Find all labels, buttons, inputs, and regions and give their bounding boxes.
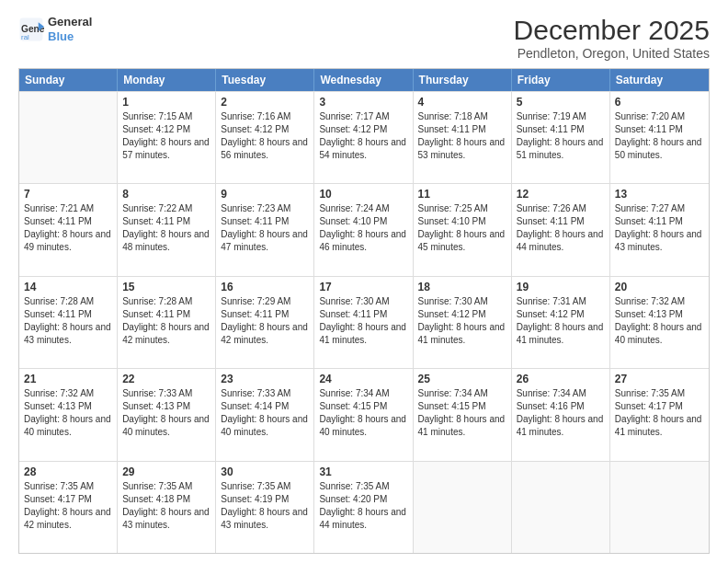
week-row-0: 1Sunrise: 7:15 AMSunset: 4:12 PMDaylight…: [19, 91, 709, 183]
cell-info: Sunrise: 7:23 AM: [221, 202, 309, 215]
cell-info: Sunset: 4:12 PM: [319, 123, 407, 136]
subtitle: Pendleton, Oregon, United States: [514, 46, 710, 61]
logo-icon: Gene ral: [18, 17, 44, 42]
cell-info: Sunset: 4:12 PM: [122, 123, 210, 136]
cell-info: Daylight: 8 hours and 41 minutes.: [418, 413, 506, 439]
cell-info: Daylight: 8 hours and 41 minutes.: [319, 321, 407, 347]
cell-info: Sunrise: 7:32 AM: [24, 387, 112, 400]
cal-cell: 27Sunrise: 7:35 AMSunset: 4:17 PMDayligh…: [610, 369, 709, 460]
cell-info: Daylight: 8 hours and 43 minutes.: [221, 506, 309, 532]
cell-info: Sunset: 4:11 PM: [319, 308, 407, 321]
day-number: 5: [517, 96, 605, 109]
cell-info: Sunset: 4:10 PM: [418, 215, 506, 228]
cell-info: Sunset: 4:11 PM: [615, 123, 704, 136]
header-day-sunday: Sunday: [19, 69, 118, 91]
cal-cell: 19Sunrise: 7:31 AMSunset: 4:12 PMDayligh…: [512, 277, 610, 368]
day-number: 3: [319, 96, 407, 109]
cell-info: Daylight: 8 hours and 40 minutes.: [319, 413, 407, 439]
logo-text-general: General: [48, 15, 92, 29]
cell-info: Daylight: 8 hours and 44 minutes.: [319, 506, 407, 532]
cell-info: Sunset: 4:17 PM: [24, 493, 112, 506]
cell-info: Sunrise: 7:34 AM: [517, 387, 605, 400]
week-row-2: 14Sunrise: 7:28 AMSunset: 4:11 PMDayligh…: [19, 276, 709, 368]
cell-info: Sunrise: 7:26 AM: [517, 202, 605, 215]
main-title: December 2025: [514, 15, 710, 46]
cell-info: Sunset: 4:13 PM: [615, 308, 704, 321]
cal-cell: 6Sunrise: 7:20 AMSunset: 4:11 PMDaylight…: [610, 92, 709, 183]
cal-cell: 8Sunrise: 7:22 AMSunset: 4:11 PMDaylight…: [118, 184, 216, 275]
day-number: 26: [517, 373, 605, 385]
day-number: 11: [418, 188, 506, 201]
cell-info: Sunrise: 7:27 AM: [615, 202, 704, 215]
cell-info: Sunrise: 7:35 AM: [122, 480, 210, 493]
cell-info: Sunrise: 7:34 AM: [319, 387, 407, 400]
day-number: 16: [221, 281, 309, 293]
cell-info: Sunrise: 7:25 AM: [418, 202, 506, 215]
cal-cell: 7Sunrise: 7:21 AMSunset: 4:11 PMDaylight…: [19, 184, 118, 275]
cal-cell: 26Sunrise: 7:34 AMSunset: 4:16 PMDayligh…: [512, 369, 610, 460]
day-number: 12: [517, 188, 605, 201]
cell-info: Sunrise: 7:22 AM: [122, 202, 210, 215]
cell-info: Daylight: 8 hours and 40 minutes.: [221, 413, 309, 439]
cal-cell: 3Sunrise: 7:17 AMSunset: 4:12 PMDaylight…: [314, 92, 413, 183]
cell-info: Sunrise: 7:35 AM: [615, 387, 704, 400]
cell-info: Daylight: 8 hours and 41 minutes.: [615, 413, 704, 439]
cell-info: Sunrise: 7:33 AM: [221, 387, 309, 400]
cal-cell: 30Sunrise: 7:35 AMSunset: 4:19 PMDayligh…: [216, 462, 314, 553]
cell-info: Sunset: 4:13 PM: [122, 400, 210, 413]
cell-info: Sunrise: 7:29 AM: [221, 295, 309, 308]
calendar-header: SundayMondayTuesdayWednesdayThursdayFrid…: [19, 69, 709, 91]
cell-info: Daylight: 8 hours and 42 minutes.: [122, 321, 210, 347]
cal-cell: 14Sunrise: 7:28 AMSunset: 4:11 PMDayligh…: [19, 277, 118, 368]
cell-info: Daylight: 8 hours and 41 minutes.: [517, 413, 605, 439]
header-day-monday: Monday: [118, 69, 216, 91]
cell-info: Daylight: 8 hours and 54 minutes.: [319, 136, 407, 162]
day-number: 25: [418, 373, 506, 385]
cell-info: Daylight: 8 hours and 57 minutes.: [122, 136, 210, 162]
cell-info: Sunset: 4:18 PM: [122, 493, 210, 506]
week-row-1: 7Sunrise: 7:21 AMSunset: 4:11 PMDaylight…: [19, 183, 709, 275]
cell-info: Sunset: 4:12 PM: [517, 308, 605, 321]
cell-info: Sunset: 4:10 PM: [319, 215, 407, 228]
cell-info: Sunset: 4:15 PM: [319, 400, 407, 413]
cell-info: Daylight: 8 hours and 44 minutes.: [517, 228, 605, 254]
cal-cell: 21Sunrise: 7:32 AMSunset: 4:13 PMDayligh…: [19, 369, 118, 460]
week-row-3: 21Sunrise: 7:32 AMSunset: 4:13 PMDayligh…: [19, 368, 709, 460]
cell-info: Sunrise: 7:19 AM: [517, 110, 605, 123]
day-number: 10: [319, 188, 407, 201]
cal-cell: 15Sunrise: 7:28 AMSunset: 4:11 PMDayligh…: [118, 277, 216, 368]
cell-info: Sunset: 4:11 PM: [517, 123, 605, 136]
cell-info: Daylight: 8 hours and 46 minutes.: [319, 228, 407, 254]
cell-info: Daylight: 8 hours and 43 minutes.: [122, 506, 210, 532]
cal-cell: [414, 462, 512, 553]
cell-info: Daylight: 8 hours and 41 minutes.: [517, 321, 605, 347]
cell-info: Daylight: 8 hours and 41 minutes.: [418, 321, 506, 347]
cell-info: Sunrise: 7:35 AM: [24, 480, 112, 493]
day-number: 18: [418, 281, 506, 293]
cell-info: Sunset: 4:17 PM: [615, 400, 704, 413]
svg-text:ral: ral: [21, 32, 29, 40]
day-number: 29: [122, 465, 210, 478]
day-number: 14: [24, 281, 112, 293]
cell-info: Sunset: 4:11 PM: [221, 215, 309, 228]
cell-info: Sunset: 4:11 PM: [221, 308, 309, 321]
cell-info: Sunset: 4:11 PM: [122, 308, 210, 321]
cell-info: Sunrise: 7:21 AM: [24, 202, 112, 215]
cal-cell: 17Sunrise: 7:30 AMSunset: 4:11 PMDayligh…: [314, 277, 413, 368]
cell-info: Daylight: 8 hours and 53 minutes.: [418, 136, 506, 162]
cell-info: Daylight: 8 hours and 40 minutes.: [24, 413, 112, 439]
cell-info: Sunset: 4:12 PM: [221, 123, 309, 136]
header-day-friday: Friday: [512, 69, 610, 91]
cell-info: Daylight: 8 hours and 42 minutes.: [221, 321, 309, 347]
cal-cell: 2Sunrise: 7:16 AMSunset: 4:12 PMDaylight…: [216, 92, 314, 183]
cal-cell: 12Sunrise: 7:26 AMSunset: 4:11 PMDayligh…: [512, 184, 610, 275]
day-number: 24: [319, 373, 407, 385]
cell-info: Daylight: 8 hours and 40 minutes.: [122, 413, 210, 439]
cell-info: Sunset: 4:11 PM: [517, 215, 605, 228]
cal-cell: [610, 462, 709, 553]
cell-info: Daylight: 8 hours and 47 minutes.: [221, 228, 309, 254]
cell-info: Sunset: 4:11 PM: [24, 215, 112, 228]
logo-text-blue: Blue: [48, 29, 92, 44]
cell-info: Sunrise: 7:15 AM: [122, 110, 210, 123]
page: Gene ral General Blue December 2025 Pend…: [0, 0, 728, 563]
